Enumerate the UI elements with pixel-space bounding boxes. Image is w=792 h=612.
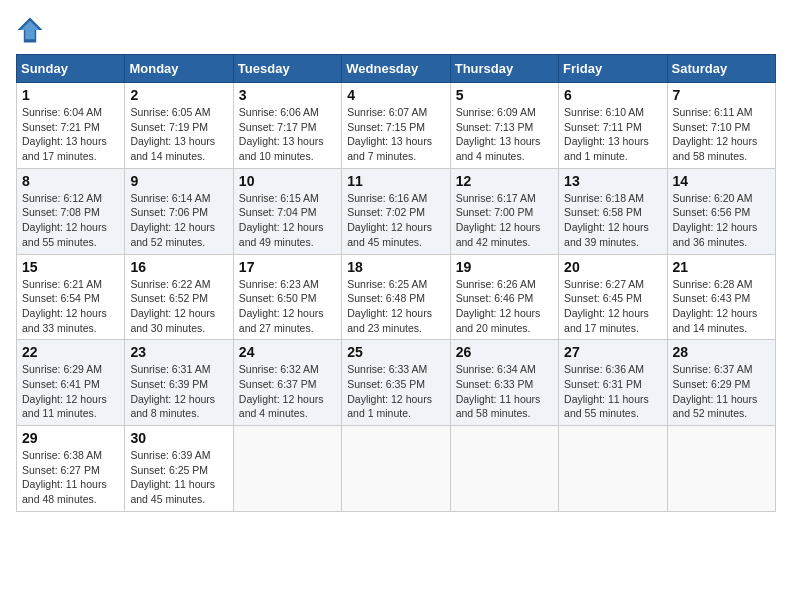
calendar-cell	[342, 426, 450, 512]
day-number: 2	[130, 87, 227, 103]
day-number: 16	[130, 259, 227, 275]
day-number: 28	[673, 344, 770, 360]
calendar-cell: 13 Sunrise: 6:18 AM Sunset: 6:58 PM Dayl…	[559, 168, 667, 254]
calendar-cell: 12 Sunrise: 6:17 AM Sunset: 7:00 PM Dayl…	[450, 168, 558, 254]
day-header-tuesday: Tuesday	[233, 55, 341, 83]
calendar-cell: 26 Sunrise: 6:34 AM Sunset: 6:33 PM Dayl…	[450, 340, 558, 426]
calendar-cell: 6 Sunrise: 6:10 AM Sunset: 7:11 PM Dayli…	[559, 83, 667, 169]
calendar-cell: 5 Sunrise: 6:09 AM Sunset: 7:13 PM Dayli…	[450, 83, 558, 169]
day-number: 20	[564, 259, 661, 275]
day-number: 11	[347, 173, 444, 189]
day-info: Sunrise: 6:06 AM Sunset: 7:17 PM Dayligh…	[239, 105, 336, 164]
calendar-cell	[233, 426, 341, 512]
day-number: 8	[22, 173, 119, 189]
day-number: 6	[564, 87, 661, 103]
calendar-cell: 2 Sunrise: 6:05 AM Sunset: 7:19 PM Dayli…	[125, 83, 233, 169]
day-info: Sunrise: 6:36 AM Sunset: 6:31 PM Dayligh…	[564, 362, 661, 421]
day-info: Sunrise: 6:28 AM Sunset: 6:43 PM Dayligh…	[673, 277, 770, 336]
day-number: 14	[673, 173, 770, 189]
calendar-cell: 8 Sunrise: 6:12 AM Sunset: 7:08 PM Dayli…	[17, 168, 125, 254]
day-number: 25	[347, 344, 444, 360]
day-info: Sunrise: 6:04 AM Sunset: 7:21 PM Dayligh…	[22, 105, 119, 164]
day-number: 27	[564, 344, 661, 360]
day-info: Sunrise: 6:11 AM Sunset: 7:10 PM Dayligh…	[673, 105, 770, 164]
calendar-cell: 4 Sunrise: 6:07 AM Sunset: 7:15 PM Dayli…	[342, 83, 450, 169]
logo	[16, 16, 48, 44]
day-number: 13	[564, 173, 661, 189]
day-info: Sunrise: 6:34 AM Sunset: 6:33 PM Dayligh…	[456, 362, 553, 421]
day-info: Sunrise: 6:15 AM Sunset: 7:04 PM Dayligh…	[239, 191, 336, 250]
day-header-saturday: Saturday	[667, 55, 775, 83]
day-info: Sunrise: 6:16 AM Sunset: 7:02 PM Dayligh…	[347, 191, 444, 250]
day-number: 19	[456, 259, 553, 275]
day-info: Sunrise: 6:26 AM Sunset: 6:46 PM Dayligh…	[456, 277, 553, 336]
day-info: Sunrise: 6:32 AM Sunset: 6:37 PM Dayligh…	[239, 362, 336, 421]
day-number: 9	[130, 173, 227, 189]
calendar-cell: 22 Sunrise: 6:29 AM Sunset: 6:41 PM Dayl…	[17, 340, 125, 426]
calendar-week-5: 29 Sunrise: 6:38 AM Sunset: 6:27 PM Dayl…	[17, 426, 776, 512]
calendar-cell: 25 Sunrise: 6:33 AM Sunset: 6:35 PM Dayl…	[342, 340, 450, 426]
day-info: Sunrise: 6:21 AM Sunset: 6:54 PM Dayligh…	[22, 277, 119, 336]
calendar-week-1: 1 Sunrise: 6:04 AM Sunset: 7:21 PM Dayli…	[17, 83, 776, 169]
day-info: Sunrise: 6:23 AM Sunset: 6:50 PM Dayligh…	[239, 277, 336, 336]
calendar-cell: 20 Sunrise: 6:27 AM Sunset: 6:45 PM Dayl…	[559, 254, 667, 340]
calendar-cell: 10 Sunrise: 6:15 AM Sunset: 7:04 PM Dayl…	[233, 168, 341, 254]
calendar-cell: 3 Sunrise: 6:06 AM Sunset: 7:17 PM Dayli…	[233, 83, 341, 169]
day-number: 23	[130, 344, 227, 360]
day-number: 15	[22, 259, 119, 275]
page-header	[16, 16, 776, 44]
day-info: Sunrise: 6:31 AM Sunset: 6:39 PM Dayligh…	[130, 362, 227, 421]
calendar-cell: 27 Sunrise: 6:36 AM Sunset: 6:31 PM Dayl…	[559, 340, 667, 426]
calendar-cell: 9 Sunrise: 6:14 AM Sunset: 7:06 PM Dayli…	[125, 168, 233, 254]
day-info: Sunrise: 6:29 AM Sunset: 6:41 PM Dayligh…	[22, 362, 119, 421]
day-info: Sunrise: 6:09 AM Sunset: 7:13 PM Dayligh…	[456, 105, 553, 164]
day-info: Sunrise: 6:10 AM Sunset: 7:11 PM Dayligh…	[564, 105, 661, 164]
calendar-cell: 21 Sunrise: 6:28 AM Sunset: 6:43 PM Dayl…	[667, 254, 775, 340]
calendar-cell	[559, 426, 667, 512]
calendar-cell: 7 Sunrise: 6:11 AM Sunset: 7:10 PM Dayli…	[667, 83, 775, 169]
logo-icon	[16, 16, 44, 44]
day-info: Sunrise: 6:22 AM Sunset: 6:52 PM Dayligh…	[130, 277, 227, 336]
calendar-week-3: 15 Sunrise: 6:21 AM Sunset: 6:54 PM Dayl…	[17, 254, 776, 340]
day-number: 7	[673, 87, 770, 103]
day-number: 10	[239, 173, 336, 189]
calendar-cell: 16 Sunrise: 6:22 AM Sunset: 6:52 PM Dayl…	[125, 254, 233, 340]
calendar-table: SundayMondayTuesdayWednesdayThursdayFrid…	[16, 54, 776, 512]
day-header-wednesday: Wednesday	[342, 55, 450, 83]
day-info: Sunrise: 6:39 AM Sunset: 6:25 PM Dayligh…	[130, 448, 227, 507]
day-number: 12	[456, 173, 553, 189]
svg-marker-1	[21, 21, 40, 40]
day-info: Sunrise: 6:14 AM Sunset: 7:06 PM Dayligh…	[130, 191, 227, 250]
day-header-monday: Monday	[125, 55, 233, 83]
calendar-cell: 14 Sunrise: 6:20 AM Sunset: 6:56 PM Dayl…	[667, 168, 775, 254]
day-number: 30	[130, 430, 227, 446]
day-number: 21	[673, 259, 770, 275]
calendar-cell: 18 Sunrise: 6:25 AM Sunset: 6:48 PM Dayl…	[342, 254, 450, 340]
day-number: 17	[239, 259, 336, 275]
day-info: Sunrise: 6:18 AM Sunset: 6:58 PM Dayligh…	[564, 191, 661, 250]
day-number: 1	[22, 87, 119, 103]
day-info: Sunrise: 6:20 AM Sunset: 6:56 PM Dayligh…	[673, 191, 770, 250]
day-number: 22	[22, 344, 119, 360]
day-info: Sunrise: 6:07 AM Sunset: 7:15 PM Dayligh…	[347, 105, 444, 164]
day-info: Sunrise: 6:38 AM Sunset: 6:27 PM Dayligh…	[22, 448, 119, 507]
calendar-cell: 1 Sunrise: 6:04 AM Sunset: 7:21 PM Dayli…	[17, 83, 125, 169]
day-header-sunday: Sunday	[17, 55, 125, 83]
day-header-thursday: Thursday	[450, 55, 558, 83]
day-number: 5	[456, 87, 553, 103]
calendar-week-2: 8 Sunrise: 6:12 AM Sunset: 7:08 PM Dayli…	[17, 168, 776, 254]
day-info: Sunrise: 6:37 AM Sunset: 6:29 PM Dayligh…	[673, 362, 770, 421]
day-number: 18	[347, 259, 444, 275]
calendar-cell	[667, 426, 775, 512]
day-info: Sunrise: 6:33 AM Sunset: 6:35 PM Dayligh…	[347, 362, 444, 421]
calendar-header-row: SundayMondayTuesdayWednesdayThursdayFrid…	[17, 55, 776, 83]
calendar-cell: 29 Sunrise: 6:38 AM Sunset: 6:27 PM Dayl…	[17, 426, 125, 512]
day-info: Sunrise: 6:12 AM Sunset: 7:08 PM Dayligh…	[22, 191, 119, 250]
day-header-friday: Friday	[559, 55, 667, 83]
calendar-cell: 23 Sunrise: 6:31 AM Sunset: 6:39 PM Dayl…	[125, 340, 233, 426]
calendar-cell: 17 Sunrise: 6:23 AM Sunset: 6:50 PM Dayl…	[233, 254, 341, 340]
day-number: 24	[239, 344, 336, 360]
day-info: Sunrise: 6:25 AM Sunset: 6:48 PM Dayligh…	[347, 277, 444, 336]
calendar-cell: 28 Sunrise: 6:37 AM Sunset: 6:29 PM Dayl…	[667, 340, 775, 426]
day-info: Sunrise: 6:17 AM Sunset: 7:00 PM Dayligh…	[456, 191, 553, 250]
